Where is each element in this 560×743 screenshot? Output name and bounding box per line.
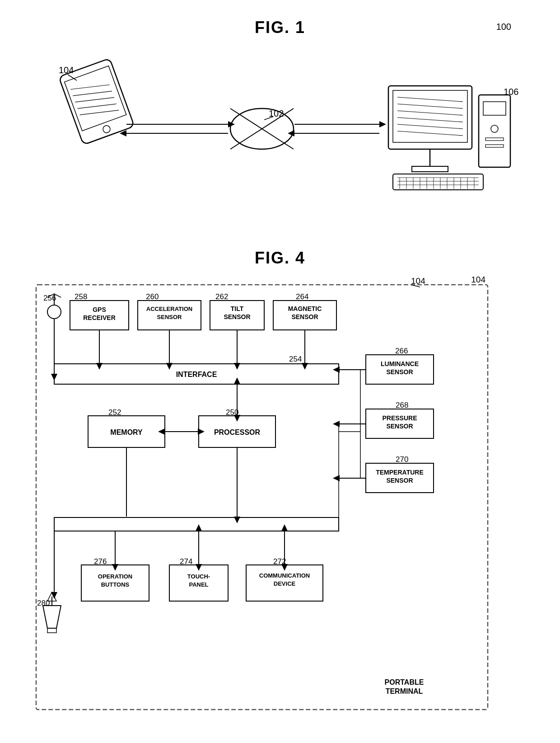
svg-marker-155 — [281, 524, 288, 531]
svg-rect-36 — [485, 145, 504, 147]
svg-line-8 — [68, 75, 77, 80]
svg-marker-130 — [234, 377, 240, 384]
svg-text:MEMORY: MEMORY — [110, 428, 143, 436]
svg-text:102: 102 — [269, 108, 284, 118]
svg-line-24 — [397, 97, 463, 102]
svg-text:PROCESSOR: PROCESSOR — [214, 428, 261, 436]
fig4-title: FIG. 4 — [0, 244, 560, 268]
svg-text:274: 274 — [180, 557, 192, 566]
svg-text:254: 254 — [289, 355, 302, 363]
svg-rect-33 — [483, 102, 506, 115]
svg-marker-128 — [302, 363, 308, 370]
svg-line-2 — [70, 76, 110, 98]
svg-text:264: 264 — [296, 292, 308, 301]
svg-marker-134 — [198, 428, 205, 435]
svg-line-4 — [75, 89, 114, 111]
svg-rect-99 — [54, 517, 339, 531]
svg-text:GPS: GPS — [93, 306, 106, 313]
svg-marker-152 — [196, 524, 202, 531]
svg-text:DEVICE: DEVICE — [274, 580, 296, 587]
svg-rect-1 — [65, 66, 126, 131]
svg-text:262: 262 — [215, 292, 228, 301]
fig1-ref104: 104 — [59, 65, 74, 75]
fig1-section: FIG. 1 100 104 102 — [0, 9, 560, 235]
svg-line-6 — [80, 102, 119, 123]
svg-marker-133 — [158, 428, 165, 435]
svg-point-73 — [47, 305, 61, 319]
svg-text:OPERATION: OPERATION — [98, 573, 132, 580]
svg-text:276: 276 — [94, 557, 107, 566]
svg-text:MAGNETIC: MAGNETIC — [288, 305, 322, 312]
svg-line-5 — [77, 95, 117, 117]
svg-point-34 — [491, 125, 498, 132]
svg-marker-19 — [379, 121, 386, 127]
svg-text:270: 270 — [396, 455, 408, 464]
svg-text:SENSOR: SENSOR — [386, 423, 413, 430]
svg-text:PRESSURE: PRESSURE — [382, 414, 417, 422]
svg-rect-35 — [485, 138, 504, 141]
svg-point-7 — [102, 124, 112, 134]
svg-marker-21 — [288, 130, 294, 136]
svg-text:104: 104 — [411, 276, 425, 286]
fig4-diagram: 104 GPS RECEIVER 258 ACCELERATION SENSOR… — [18, 276, 542, 728]
svg-rect-23 — [393, 90, 467, 142]
svg-text:268: 268 — [396, 401, 408, 409]
fig1-diagram: 104 102 — [23, 50, 537, 226]
svg-text:TILT: TILT — [231, 305, 244, 312]
svg-marker-147 — [234, 517, 240, 523]
svg-text:280: 280 — [37, 599, 50, 607]
svg-marker-151 — [196, 564, 202, 571]
svg-marker-149 — [112, 564, 118, 571]
svg-text:PORTABLE: PORTABLE — [385, 678, 424, 686]
svg-rect-54 — [36, 285, 488, 710]
svg-line-27 — [397, 118, 463, 122]
svg-marker-124 — [166, 363, 173, 370]
svg-text:BUTTONS: BUTTONS — [101, 581, 130, 588]
fig1-title: FIG. 1 — [0, 9, 560, 37]
svg-marker-154 — [281, 564, 288, 571]
svg-rect-113 — [47, 628, 56, 633]
svg-text:266: 266 — [395, 347, 408, 355]
svg-marker-122 — [96, 363, 103, 370]
svg-text:106: 106 — [504, 87, 518, 97]
fig4-section: FIG. 4 104 104 GPS RECEIVER 258 ACCELERA… — [0, 244, 560, 741]
svg-text:SENSOR: SENSOR — [157, 314, 182, 320]
svg-text:COMMUNICATION: COMMUNICATION — [259, 572, 310, 579]
svg-text:SENSOR: SENSOR — [386, 368, 413, 376]
svg-text:258: 258 — [75, 292, 87, 301]
svg-text:TEMPERATURE: TEMPERATURE — [376, 469, 424, 476]
svg-text:SENSOR: SENSOR — [291, 313, 318, 320]
svg-text:SENSOR: SENSOR — [224, 313, 250, 320]
svg-marker-120 — [51, 374, 57, 381]
svg-text:PANEL: PANEL — [189, 581, 208, 588]
svg-text:TERMINAL: TERMINAL — [386, 687, 423, 695]
svg-marker-112 — [43, 606, 61, 628]
svg-text:LUMINANCE: LUMINANCE — [381, 360, 419, 367]
svg-line-29 — [397, 131, 463, 136]
svg-text:SENSOR: SENSOR — [386, 477, 413, 484]
svg-text:260: 260 — [146, 292, 159, 301]
svg-marker-126 — [234, 363, 240, 370]
svg-text:INTERFACE: INTERFACE — [176, 371, 217, 378]
svg-text:RECEIVER: RECEIVER — [83, 314, 116, 321]
svg-line-28 — [397, 124, 463, 129]
svg-rect-31 — [412, 166, 448, 172]
svg-line-3 — [73, 83, 112, 104]
svg-line-25 — [397, 104, 463, 108]
svg-text:ACCELERATION: ACCELERATION — [146, 306, 192, 312]
svg-marker-131 — [234, 415, 240, 422]
svg-line-26 — [397, 111, 463, 115]
svg-text:252: 252 — [108, 408, 121, 417]
svg-marker-136 — [333, 367, 340, 373]
ref-100-label: 100 — [496, 22, 511, 32]
svg-text:TOUCH-: TOUCH- — [187, 573, 210, 580]
